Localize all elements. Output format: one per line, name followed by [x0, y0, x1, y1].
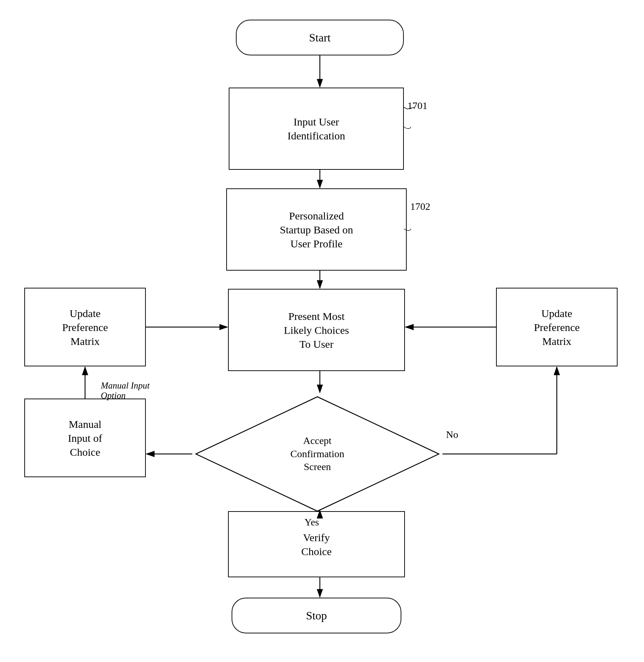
- update-left-box: Update Preference Matrix: [24, 288, 146, 366]
- input-user-id-label: Input User Identification: [287, 115, 345, 143]
- update-left-label: Update Preference Matrix: [62, 306, 108, 348]
- stop-terminal: Stop: [232, 598, 401, 633]
- personalized-startup-box: Personalized Startup Based on User Profi…: [226, 188, 407, 271]
- verify-choice-label: Verify Choice: [301, 530, 332, 558]
- no-label: No: [446, 429, 458, 440]
- start-label: Start: [309, 31, 331, 44]
- manual-input-box: Manual Input of Choice: [24, 399, 146, 477]
- flowchart: Start Input User Identification 1701 Per…: [0, 0, 644, 662]
- accept-confirmation-diamond: AcceptConfirmationScreen: [192, 393, 442, 515]
- personalized-startup-label: Personalized Startup Based on User Profi…: [280, 209, 353, 251]
- yes-label: Yes: [304, 517, 319, 528]
- ref-1701: 1701: [407, 100, 427, 112]
- input-user-id-box: Input User Identification: [229, 88, 404, 170]
- stop-label: Stop: [306, 609, 327, 622]
- accept-confirmation-label: AcceptConfirmationScreen: [291, 434, 345, 473]
- ref-1702: 1702: [410, 201, 430, 212]
- update-right-label: Update Preference Matrix: [534, 306, 580, 348]
- present-choices-label: Present Most Likely Choices To User: [284, 309, 349, 351]
- present-choices-box: Present Most Likely Choices To User: [228, 289, 405, 371]
- start-terminal: Start: [236, 20, 404, 55]
- update-right-box: Update Preference Matrix: [496, 288, 618, 366]
- manual-input-option-label: Manual Input Option: [101, 381, 150, 401]
- manual-input-label: Manual Input of Choice: [68, 417, 102, 459]
- svg-line-4: [404, 107, 407, 109]
